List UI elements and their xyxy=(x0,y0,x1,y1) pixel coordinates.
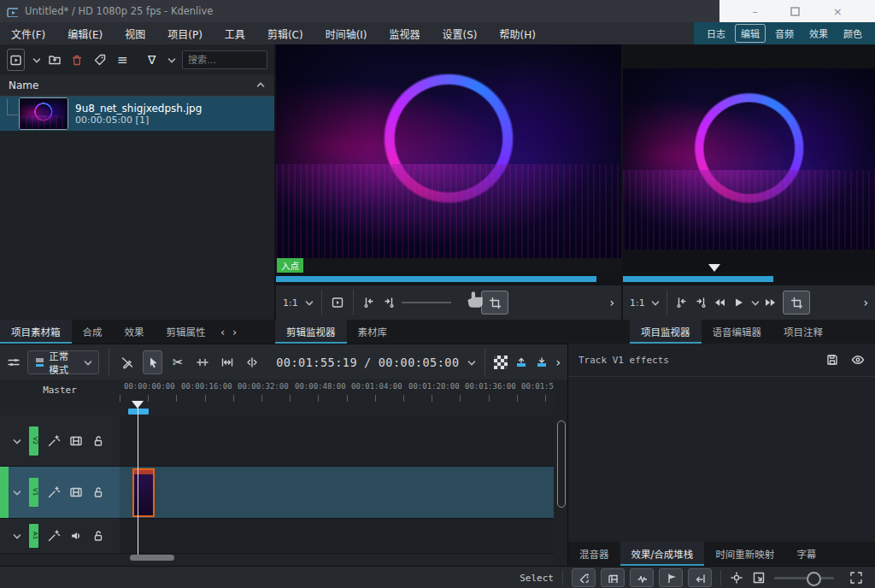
zone-bar[interactable] xyxy=(623,276,773,282)
timeline-zoom-slider[interactable] xyxy=(774,577,834,579)
chevron-down-icon[interactable] xyxy=(750,298,759,307)
track-v2-lane[interactable] xyxy=(120,415,554,467)
toolbar-overflow[interactable]: › xyxy=(609,296,614,309)
speaker-icon[interactable] xyxy=(69,529,83,543)
workspace-editing[interactable]: 编辑 xyxy=(735,24,766,43)
chevron-down-icon[interactable] xyxy=(12,532,21,540)
tab-scroll-left[interactable]: ‹ xyxy=(217,320,229,344)
set-out-point-icon[interactable] xyxy=(694,296,708,309)
tab-effect-stack[interactable]: 效果/合成堆栈 xyxy=(620,542,705,566)
chevron-down-icon[interactable] xyxy=(12,437,21,445)
workspace-audio[interactable]: 音频 xyxy=(769,24,800,43)
selection-tool-button[interactable] xyxy=(143,350,162,374)
menu-view[interactable]: 视图 xyxy=(114,22,156,44)
zone-crop-button[interactable] xyxy=(783,291,810,315)
split-audio-button[interactable] xyxy=(243,351,261,373)
fit-zoom-icon[interactable] xyxy=(752,571,766,585)
set-out-point-icon[interactable] xyxy=(382,296,396,309)
clip-monitor-ruler[interactable] xyxy=(276,273,621,285)
timeline-position[interactable]: 00:01:55:19 xyxy=(276,356,357,369)
add-clip-button[interactable] xyxy=(7,49,25,71)
track-a1-lane[interactable] xyxy=(120,519,554,554)
tab-speech-editor[interactable]: 语音编辑器 xyxy=(702,320,773,344)
tab-time-remap[interactable]: 时间重新映射 xyxy=(704,542,785,566)
zone-bar[interactable] xyxy=(276,276,596,282)
timeline-clip[interactable] xyxy=(132,468,155,517)
razor-tool-button[interactable]: ✂ xyxy=(169,351,187,373)
fit-timeline-icon[interactable] xyxy=(849,571,863,585)
create-folder-button[interactable] xyxy=(47,50,63,70)
chevron-down-icon[interactable] xyxy=(167,56,175,64)
chevron-down-icon[interactable] xyxy=(650,298,659,307)
bin-menu-button[interactable]: ≡ xyxy=(115,50,131,70)
film-icon[interactable] xyxy=(69,485,83,499)
show-markers-button[interactable] xyxy=(572,568,596,587)
track-compositing-icon[interactable] xyxy=(494,356,508,369)
zone-crop-button[interactable] xyxy=(481,291,508,315)
tab-mixer[interactable]: 混音器 xyxy=(568,542,620,566)
workspace-logging[interactable]: 日志 xyxy=(701,24,731,43)
maximize-button[interactable] xyxy=(790,7,800,16)
menu-settings[interactable]: 设置(S) xyxy=(432,22,489,44)
track-v1-header[interactable]: V1 xyxy=(0,467,120,519)
lock-open-icon[interactable] xyxy=(91,434,105,448)
tag-button[interactable] xyxy=(92,50,109,70)
horizontal-scrollbar-thumb[interactable] xyxy=(130,555,174,561)
film-icon[interactable] xyxy=(69,434,83,448)
video-thumbnails-button[interactable] xyxy=(601,568,625,587)
tab-clip-properties[interactable]: 剪辑属性 xyxy=(156,320,217,344)
monitor-playhead[interactable] xyxy=(708,264,720,272)
menu-edit[interactable]: 编辑(E) xyxy=(56,22,114,44)
vertical-scrollbar-thumb[interactable] xyxy=(557,420,566,508)
project-monitor-video[interactable] xyxy=(623,68,875,250)
effects-wand-icon[interactable] xyxy=(47,485,61,499)
menu-timeline[interactable]: 时间轴(I) xyxy=(314,22,379,44)
menu-clip[interactable]: 剪辑(C) xyxy=(256,22,314,44)
chevron-down-icon[interactable] xyxy=(304,298,313,307)
menu-monitor[interactable]: 监视器 xyxy=(379,22,432,44)
menu-file[interactable]: 文件(F) xyxy=(0,22,56,44)
tab-effects[interactable]: 效果 xyxy=(114,320,156,344)
zoom-level[interactable]: 1:1 xyxy=(283,297,298,309)
search-input[interactable] xyxy=(182,50,267,69)
tab-project-bin[interactable]: 项目素材箱 xyxy=(0,320,72,344)
tab-clip-monitor[interactable]: 剪辑监视器 xyxy=(275,320,347,344)
edit-mode-dropdown[interactable]: 正常模式 xyxy=(27,350,99,374)
track-active-edge[interactable] xyxy=(0,467,9,518)
workspace-effects[interactable]: 效果 xyxy=(803,24,834,43)
snap-button[interactable] xyxy=(688,568,712,587)
track-target-bar[interactable]: A1 xyxy=(29,524,38,548)
chevron-down-icon[interactable] xyxy=(467,358,475,367)
chevron-down-icon[interactable] xyxy=(12,488,21,497)
tab-project-notes[interactable]: 项目注释 xyxy=(772,320,834,344)
toolbar-overflow[interactable]: › xyxy=(555,356,561,369)
rewind-icon[interactable] xyxy=(713,296,726,309)
master-button[interactable]: Master xyxy=(0,385,120,396)
track-target-bar[interactable]: V1 xyxy=(29,478,38,507)
timeline-zone[interactable] xyxy=(128,409,149,415)
track-a1-header[interactable]: A1 xyxy=(0,519,120,554)
zoom-to-zone-icon[interactable] xyxy=(730,571,743,585)
zoom-slider-thumb[interactable] xyxy=(807,572,821,586)
jog-slider[interactable] xyxy=(402,302,451,303)
filter-button[interactable]: ∇ xyxy=(144,50,161,70)
extract-track-zone-icon[interactable] xyxy=(535,356,549,369)
eye-icon[interactable] xyxy=(851,353,865,367)
timeline-settings-icon[interactable] xyxy=(7,356,21,369)
fast-forward-icon[interactable] xyxy=(764,296,778,309)
save-icon[interactable] xyxy=(825,353,839,367)
title-bar[interactable]: Untitled* / HD 1080p 25 fps - Kdenlive –… xyxy=(0,0,875,22)
clip-monitor-video[interactable] xyxy=(276,44,621,258)
effects-wand-icon[interactable] xyxy=(47,529,61,543)
effects-wand-icon[interactable] xyxy=(47,434,61,448)
zoom-level[interactable]: 1:1 xyxy=(630,297,645,309)
show-markers-comments-button[interactable] xyxy=(659,568,683,587)
menu-tools[interactable]: 工具 xyxy=(214,22,256,44)
insert-track-zone-icon[interactable] xyxy=(514,356,528,369)
track-target-bar[interactable]: V2 xyxy=(29,426,38,456)
spacer-tool-button[interactable] xyxy=(194,351,212,373)
monitor-overlay-icon[interactable] xyxy=(331,296,344,309)
tab-library[interactable]: 素材库 xyxy=(347,320,399,344)
vertical-scrollbar[interactable] xyxy=(554,379,567,566)
play-icon[interactable] xyxy=(731,296,745,309)
